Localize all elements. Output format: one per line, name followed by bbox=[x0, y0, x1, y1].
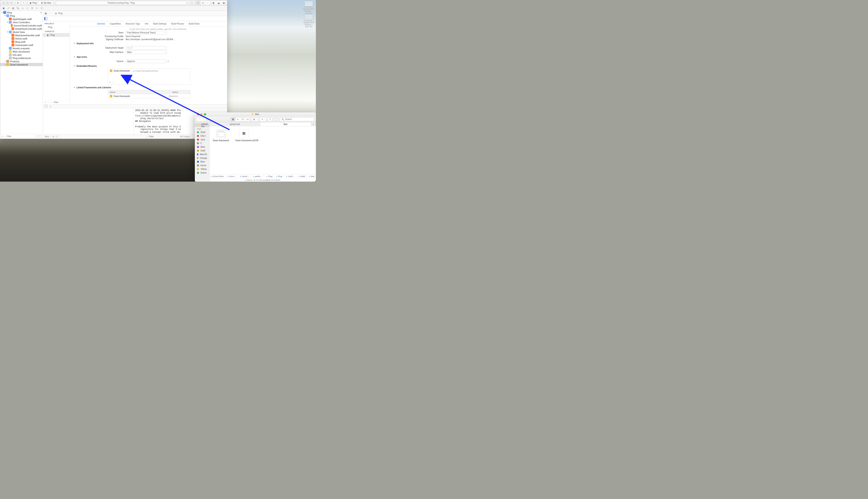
tab-upload-test[interactable]: upload test bbox=[210, 122, 260, 126]
tree-row[interactable]: ▼Model Data bbox=[0, 31, 43, 34]
scm-filter-toggle[interactable] bbox=[39, 135, 41, 137]
info-icon[interactable]: ⓘ bbox=[56, 135, 58, 138]
tree-root[interactable]: ▼PlogM bbox=[0, 11, 43, 14]
main-interface-select[interactable]: Main bbox=[126, 50, 167, 54]
test-navigator-icon[interactable]: ◇ bbox=[26, 7, 29, 9]
tab-mac[interactable]: Mac bbox=[260, 122, 311, 126]
add-button[interactable] bbox=[1, 135, 3, 137]
forward-button[interactable]: 〉 bbox=[201, 117, 206, 121]
window-controls[interactable] bbox=[196, 113, 206, 115]
icon-view[interactable]: Down.frameworkDown.framework.dSYM bbox=[210, 126, 316, 174]
outline-toggle-icon[interactable] bbox=[44, 17, 47, 20]
forward-button[interactable]: 〉 bbox=[51, 12, 53, 15]
tree-row[interactable]: Downloader.swift bbox=[0, 44, 43, 47]
tree-row[interactable]: DetailViewController.swift bbox=[0, 27, 43, 31]
arrange-select[interactable]: ⊞ bbox=[251, 117, 258, 121]
add-target-button[interactable]: + bbox=[45, 101, 46, 104]
search-input[interactable] bbox=[285, 118, 313, 120]
sidebar-tag[interactable]: Shell bbox=[195, 130, 209, 134]
tree-row[interactable]: SourceViewController.swift bbox=[0, 24, 43, 27]
search-field[interactable]: 🔍 bbox=[280, 117, 314, 121]
jump-bar[interactable]: ▦ 〈 〉 ▤ Plog bbox=[43, 11, 227, 16]
symbol-navigator-icon[interactable]: ▦ bbox=[12, 7, 14, 9]
path-crumb[interactable]: ▸Plog bbox=[276, 175, 282, 178]
window-controls[interactable] bbox=[0, 2, 15, 4]
tree-row[interactable]: ▸Products bbox=[0, 60, 43, 63]
source-control-icon[interactable]: ⎇ bbox=[7, 7, 10, 9]
editor-standard-button[interactable]: { } bbox=[189, 1, 194, 4]
disclosure-triangle-icon[interactable]: ▼ bbox=[74, 65, 75, 67]
sidebar-tag[interactable]: Swift bbox=[195, 149, 209, 153]
minimize-icon[interactable] bbox=[200, 113, 203, 115]
tree-row[interactable]: Blog.swift bbox=[0, 40, 43, 44]
tab-build-rules[interactable]: Build Rules bbox=[189, 23, 200, 25]
share-button[interactable]: ⇪ bbox=[268, 117, 272, 121]
debug-navigator-icon[interactable]: ☰ bbox=[30, 7, 34, 9]
tree-row[interactable]: Article.swift bbox=[0, 37, 43, 40]
stop-button[interactable] bbox=[21, 1, 26, 5]
auto-select[interactable]: Auto ⌵ bbox=[45, 135, 51, 138]
sidebar-tag[interactable]: Home bbox=[195, 163, 209, 167]
tree-row[interactable]: Info.plist bbox=[0, 53, 43, 57]
sidebar-tag[interactable]: C bbox=[195, 142, 209, 145]
disclosure-triangle-icon[interactable]: ▼ bbox=[74, 56, 75, 58]
tab-general[interactable]: General bbox=[97, 23, 105, 25]
tree-row[interactable]: Plog.entitlements bbox=[0, 57, 43, 60]
sidebar-tag[interactable]: Web bbox=[195, 145, 209, 149]
desktop-file-screenshot-2[interactable]: Screen Shot 2019-0…5.37 PM bbox=[303, 15, 314, 27]
desktop-file-screenshot-1[interactable]: Screen Shot 2019-0…4.15 PM bbox=[303, 1, 314, 14]
close-icon[interactable] bbox=[2, 2, 5, 4]
table-row[interactable]: Down.framework…in Plog/Carthage/Build/Ma… bbox=[108, 69, 190, 73]
action-select[interactable]: ✶ bbox=[259, 117, 266, 121]
path-crumb[interactable]: ▸iCloud Drive bbox=[211, 175, 224, 178]
related-items-icon[interactable]: ▦ bbox=[45, 12, 47, 14]
issue-navigator-icon[interactable]: ⚠ bbox=[21, 7, 24, 9]
close-icon[interactable] bbox=[197, 113, 199, 115]
tab-resource-tags[interactable]: Resource Tags bbox=[126, 23, 140, 25]
variables-view-toggle[interactable] bbox=[45, 105, 48, 107]
tree-row[interactable]: Main.storyboard bbox=[0, 50, 43, 53]
tree-row[interactable]: MarkdownHandler.swift bbox=[0, 34, 43, 37]
file-item[interactable]: Down.framework.dSYM bbox=[236, 129, 253, 142]
tree-row[interactable]: ▼View Controllers bbox=[0, 21, 43, 24]
team-select[interactable]: Paul Malone (Personal Team) bbox=[126, 31, 167, 35]
appicon-source-select[interactable]: AppIcon bbox=[126, 59, 167, 63]
back-button[interactable]: 〈 bbox=[48, 12, 50, 15]
refresh-icon[interactable]: ⟳ bbox=[168, 60, 169, 62]
sidebar-tag[interactable]: MacOS bbox=[195, 153, 209, 156]
tree-row[interactable]: ▸Down.framework bbox=[0, 63, 43, 66]
disclosure-triangle-icon[interactable]: ▼ bbox=[74, 42, 75, 45]
find-navigator-icon[interactable]: 🔍 bbox=[16, 7, 19, 9]
tab-info[interactable]: Info bbox=[145, 23, 149, 25]
scheme-selector[interactable]: ◧ Plog 〉 🖥 My Mac bbox=[28, 1, 53, 5]
run-button[interactable] bbox=[16, 1, 21, 5]
view-mode-segment[interactable]: ▦≡☷▭ bbox=[230, 117, 250, 122]
sidebar-tag[interactable]: Green bbox=[195, 171, 209, 175]
minimize-icon[interactable] bbox=[6, 2, 9, 4]
tree-row[interactable]: ▼Plog bbox=[0, 14, 43, 17]
remove-button[interactable]: − bbox=[112, 81, 114, 84]
deploy-target-select[interactable]: 10.14 bbox=[126, 46, 167, 50]
report-navigator-icon[interactable]: ☷ bbox=[40, 7, 43, 9]
editor-mode-segment[interactable]: ≡⊙↔ bbox=[195, 1, 210, 5]
zoom-icon[interactable] bbox=[10, 2, 13, 4]
variables-filter-input[interactable] bbox=[149, 135, 176, 138]
path-crumb[interactable]: ▸Mac bbox=[309, 175, 315, 178]
recent-filter-toggle[interactable] bbox=[36, 135, 38, 137]
project-navigator-icon[interactable]: ▣ bbox=[2, 7, 5, 9]
panel-visibility-segment[interactable]: ◧⬓◨ bbox=[211, 1, 226, 5]
path-crumb[interactable]: ▸Carth… bbox=[286, 175, 295, 178]
project-row[interactable]: Plog bbox=[43, 25, 70, 29]
tree-row[interactable]: AppDelegate.swift bbox=[0, 17, 43, 21]
tree-row[interactable]: Assets.xcassets bbox=[0, 47, 43, 50]
sidebar-tag[interactable]: Obj C bbox=[195, 134, 209, 138]
sidebar-tag[interactable]: Java bbox=[195, 138, 209, 142]
path-crumb[interactable]: ▸paulm… bbox=[253, 175, 262, 178]
sidebar-tag[interactable]: Yellow bbox=[195, 167, 209, 171]
tags-button[interactable]: ◯ bbox=[274, 117, 279, 121]
tab-build-settings[interactable]: Build Settings bbox=[153, 23, 167, 25]
sidebar-tag[interactable]: Orange bbox=[195, 156, 209, 160]
breakpoint-navigator-icon[interactable]: ⎆ bbox=[35, 7, 38, 9]
path-crumb[interactable]: ▸Build bbox=[299, 175, 305, 178]
eye-icon[interactable]: ◎ bbox=[52, 135, 54, 138]
